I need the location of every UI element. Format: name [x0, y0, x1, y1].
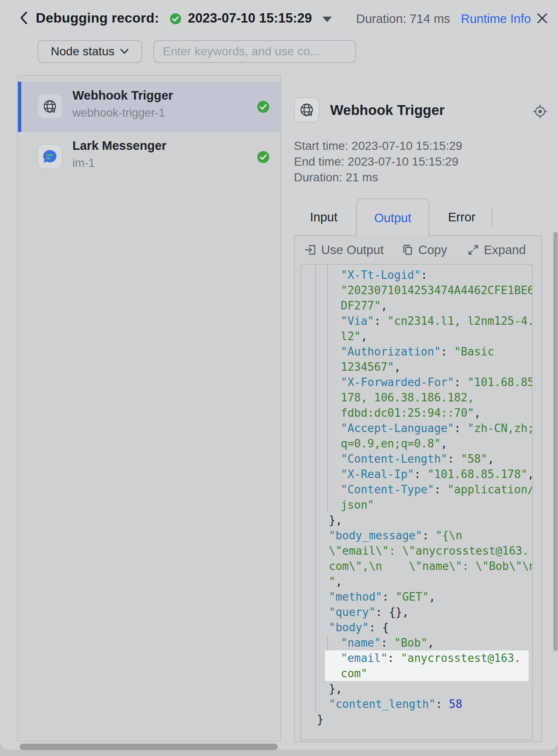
code-line: json" — [301, 497, 532, 513]
code-lines: "X-Tt-Logid":"2023071014253474A4462CFE1B… — [301, 267, 532, 727]
code-line: "X-Forwarded-For": "101.68.85. — [301, 375, 532, 390]
code-line: \"email\": \"anycrosstest@163. — [301, 543, 532, 558]
debugging-record-modal: Debugging record: 2023-07-10 15:15:29 Du… — [0, 0, 558, 750]
code-line: com\",\n \"name\": \"Bob\"\n} — [301, 558, 532, 574]
tab-input[interactable]: Input — [298, 198, 349, 236]
tab-error[interactable]: Error — [436, 198, 487, 236]
start-time: Start time: 2023-07-10 15:15:29 — [294, 138, 462, 154]
json-output-viewer[interactable]: "X-Tt-Logid":"2023071014253474A4462CFE1B… — [300, 264, 533, 740]
node-title: Lark Messenger — [72, 139, 167, 153]
code-line: DF277", — [301, 298, 532, 313]
horizontal-scrollbar[interactable] — [20, 744, 278, 750]
node-success-icon — [257, 151, 270, 163]
output-toolbar: Use Output Copy Expand — [295, 236, 541, 264]
code-line: "content_length": 58 — [301, 696, 532, 712]
code-line: "body_message": "{\n — [301, 528, 532, 543]
copy-button[interactable]: Copy — [401, 236, 447, 264]
code-line: com" — [301, 666, 532, 681]
code-line: "query": {}, — [301, 604, 532, 620]
code-line: "Accept-Language": "zh-CN,zh; — [301, 421, 532, 436]
node-row-webhook-trigger[interactable]: Webhook Trigger webhook-trigger-1 — [18, 82, 280, 132]
code-line: }, — [301, 513, 532, 528]
code-line: "Authorization": "Basic — [301, 344, 532, 359]
code-line: "2023071014253474A4462CFE1BE60 — [301, 283, 532, 298]
code-line: "name": "Bob", — [301, 635, 532, 650]
page-title: Debugging record: — [36, 10, 159, 26]
node-row-lark-messenger[interactable]: Lark Messenger im-1 — [18, 132, 280, 182]
node-status-label: Node status — [51, 45, 114, 58]
node-id: im-1 — [72, 157, 95, 170]
use-output-button[interactable]: Use Output — [304, 236, 384, 264]
node-status-dropdown[interactable]: Node status — [37, 40, 142, 63]
code-line: fdbd:dc01:25:94::70", — [301, 405, 532, 421]
detail-node-title: Webhook Trigger — [330, 102, 445, 118]
code-line: ", — [301, 574, 532, 589]
caret-down-icon[interactable] — [322, 17, 332, 22]
copy-icon — [401, 243, 414, 256]
code-line: "X-Tt-Logid": — [301, 267, 532, 283]
use-output-label: Use Output — [321, 243, 384, 257]
code-line: "Content-Type": "application/ — [301, 482, 532, 497]
tab-output[interactable]: Output — [356, 198, 429, 237]
node-id: webhook-trigger-1 — [72, 106, 165, 120]
vertical-scrollbar[interactable] — [553, 232, 558, 651]
total-duration: Duration: 714 ms — [356, 12, 450, 26]
globe-webhook-icon — [294, 97, 319, 123]
code-line: "email": "anycrosstest@163. — [301, 650, 532, 666]
code-line: } — [301, 712, 532, 727]
code-line: "X-Real-Ip": "101.68.85.178", — [301, 467, 532, 482]
back-icon[interactable] — [17, 10, 32, 26]
search-input[interactable] — [154, 41, 355, 62]
node-success-icon — [257, 100, 270, 113]
tab-divider — [492, 208, 492, 226]
copy-label: Copy — [418, 243, 447, 257]
output-panel: Use Output Copy Expand — [294, 235, 542, 742]
expand-label: Expand — [484, 243, 526, 257]
run-success-icon — [170, 13, 181, 25]
code-line: 178, 106.38.186.182, — [301, 390, 532, 405]
chevron-down-icon — [120, 48, 129, 55]
code-line: "method": "GET", — [301, 589, 532, 604]
expand-icon — [467, 243, 480, 256]
globe-webhook-icon — [37, 94, 63, 119]
lark-messenger-icon — [37, 144, 63, 169]
run-times: Start time: 2023-07-10 15:15:29 End time… — [294, 138, 462, 185]
code-line: "body": { — [301, 620, 532, 635]
use-output-icon — [304, 243, 317, 256]
end-time: End time: 2023-07-10 15:15:29 — [294, 154, 462, 169]
code-line: l2", — [301, 329, 532, 344]
code-line: }, — [301, 681, 532, 696]
expand-button[interactable]: Expand — [467, 236, 526, 264]
code-line: "Content-Length": "58", — [301, 451, 532, 467]
locate-node-icon[interactable] — [531, 102, 549, 121]
run-time-selector[interactable]: 2023-07-10 15:15:29 — [188, 11, 312, 26]
node-list: Webhook Trigger webhook-trigger-1 Lark M… — [17, 75, 281, 742]
runtime-info-link[interactable]: Runtime Info — [461, 12, 531, 26]
selected-indicator — [18, 82, 21, 132]
close-icon[interactable] — [535, 11, 549, 26]
code-line: q=0.9,en;q=0.8", — [301, 436, 532, 451]
code-line: 1234567", — [301, 359, 532, 375]
keyword-search — [153, 40, 356, 63]
node-title: Webhook Trigger — [72, 89, 173, 103]
code-line: "Via": "cn2314.l1, l2nm125-4. — [301, 313, 532, 329]
node-duration: Duration: 21 ms — [294, 169, 462, 185]
